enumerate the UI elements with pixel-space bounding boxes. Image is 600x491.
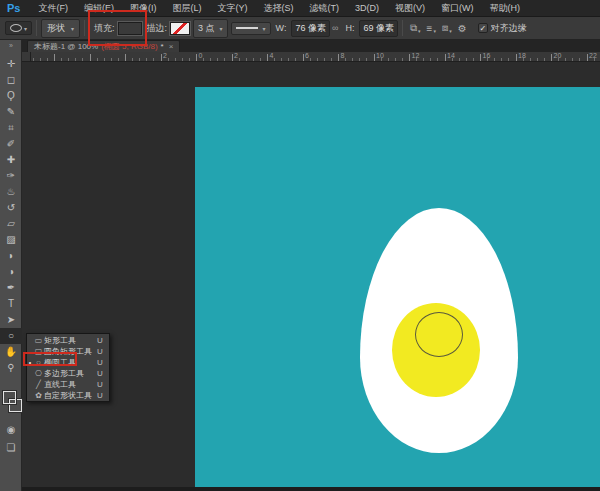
tool-dodge[interactable]: ◑ [0,264,22,280]
shape-mode-select[interactable]: 形状 ▾ [41,19,80,38]
quick-mask-button[interactable]: ◉ [0,424,22,435]
stroke-style-select[interactable]: ▾ [231,22,271,35]
foreground-swatch[interactable] [3,391,16,404]
flyout-item-5[interactable]: ✿自定形状工具U [27,390,109,401]
flyout-item-2[interactable]: •○椭圆工具U [27,357,109,368]
flyout-item-3[interactable]: ⎔多边形工具U [27,368,109,379]
tool-move[interactable]: ✛ [0,56,22,72]
ruler-tick [90,54,91,61]
align-edges-checkbox[interactable]: ✓ [478,23,488,33]
flyout-item-shortcut: U [97,391,109,400]
menu-item[interactable]: 文字(Y) [209,0,255,17]
ruler-tick [239,58,240,61]
modified-indicator: * [161,42,164,51]
tool-hand[interactable]: ✋ [0,344,22,360]
tools-panel: » ✛◻Ϙ✎⌗✐✚✑♨↺▱▨◗◑✒T➤○✋⚲ ◉ ❏ [0,40,22,491]
egg-shape[interactable] [360,208,518,453]
tool-path-selection[interactable]: ➤ [0,312,22,328]
ruler-tick [530,58,531,61]
ruler-tick [68,58,69,61]
ruler-label: 22 [589,52,597,59]
ruler-label: 0 [199,52,203,59]
tool-brush[interactable]: ✑ [0,168,22,184]
tool-crop[interactable]: ⌗ [0,120,22,136]
canvas-area[interactable] [195,87,600,487]
path-arrangement-button[interactable]: ⧈ ▾ [442,22,452,34]
stroke-swatch[interactable] [170,22,190,35]
tool-spot-healing-brush[interactable]: ✚ [0,152,22,168]
tool-lasso[interactable]: Ϙ [0,88,22,104]
stroke-width-select[interactable]: 3 点 ▾ [193,19,228,38]
tool-eraser[interactable]: ▱ [0,216,22,232]
menu-item[interactable]: 图层(L) [164,0,209,17]
menu-item[interactable]: 选择(S) [255,0,301,17]
tool-type[interactable]: T [0,296,22,312]
menu-item[interactable]: 视图(V) [387,0,433,17]
ruler-tick [445,54,446,61]
ruler-tick [359,58,360,61]
status-bar [22,487,600,491]
egg-yolk[interactable] [392,303,480,397]
tool-preset-button[interactable]: ▾ [5,21,32,35]
link-dimensions-icon[interactable]: ∞ [332,23,338,33]
tool-eyedropper[interactable]: ✐ [0,136,22,152]
height-field[interactable]: 69 像素 [359,20,398,37]
height-label: H: [345,23,354,33]
path-operations-button[interactable]: ⧉ ▾ [410,22,421,34]
ruler-tick [54,54,55,61]
ruler-tick [281,58,282,61]
menu-item[interactable]: 文件(F) [30,0,76,17]
ruler-tick [437,58,438,61]
collapse-panel-icon[interactable]: » [0,40,21,49]
divider [36,20,37,36]
flyout-item-4[interactable]: ╱直线工具U [27,379,109,390]
chevron-down-icon: ▾ [263,25,266,32]
tool-gradient[interactable]: ▨ [0,232,22,248]
yolk-inner-ellipse[interactable] [415,312,463,357]
ruler-tick [132,58,133,61]
path-alignment-icon: ≡ [427,23,433,34]
menu-item[interactable]: 图像(I) [122,0,165,17]
tool-pen[interactable]: ✒ [0,280,22,296]
screen-mode-button[interactable]: ❏ [0,442,22,453]
ruler-tick [196,54,197,61]
menu-item[interactable]: 帮助(H) [481,0,528,17]
ruler-label: 14 [447,52,455,59]
menu-item[interactable]: 3D(D) [347,0,387,17]
geometry-options-button[interactable]: ⚙ [458,23,467,34]
tool-ellipse[interactable]: ○ [0,328,22,344]
tool-history-brush[interactable]: ↺ [0,200,22,216]
chevron-down-icon: ▾ [24,25,27,32]
tool-clone-stamp[interactable]: ♨ [0,184,22,200]
ruler-tick [331,58,332,61]
ruler-label: 6 [305,52,309,59]
close-tab-icon[interactable]: × [169,42,174,51]
menu-item[interactable]: 编辑(E) [76,0,122,17]
ruler-tick [253,58,254,61]
menu-item[interactable]: 滤镜(T) [301,0,347,17]
ruler-label: 18 [518,52,526,59]
ruler-label: 12 [412,52,420,59]
flyout-item-label: 自定形状工具 [44,390,97,401]
tool-blur[interactable]: ◗ [0,248,22,264]
tool-quick-selection[interactable]: ✎ [0,104,22,120]
flyout-item-shortcut: U [97,369,109,378]
width-field[interactable]: 76 像素 [291,20,330,37]
chevron-down-icon: ▾ [449,28,452,34]
menu-item[interactable]: 窗口(W) [433,0,482,17]
ruler-tick [345,58,346,61]
shape-icon: ▭ [33,336,44,345]
fill-swatch[interactable] [118,22,142,35]
ruler-tick [97,58,98,61]
tool-zoom[interactable]: ⚲ [0,360,22,376]
ellipse-tool-icon [10,24,22,32]
document-tab-bar: 未标题-1 @ 100% (椭圆 5, RGB/8) * × [22,40,600,52]
shape-icon: ⎔ [33,369,44,378]
flyout-item-1[interactable]: ▢圆角矩形工具U [27,346,109,357]
path-alignment-button[interactable]: ≡ ▾ [427,23,436,34]
flyout-item-0[interactable]: ▭矩形工具U [27,335,109,346]
ruler-tick [579,58,580,61]
tool-rectangular-marquee[interactable]: ◻ [0,72,22,88]
horizontal-ruler: 20246810121416182022 [22,52,600,62]
document-tab[interactable]: 未标题-1 @ 100% (椭圆 5, RGB/8) * × [27,40,180,52]
